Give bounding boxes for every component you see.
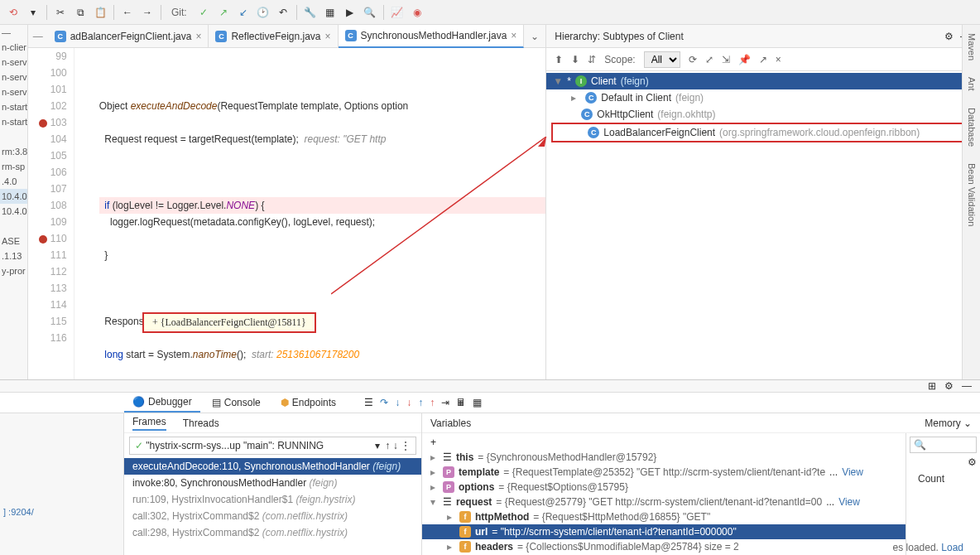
pin-icon[interactable]: 📌 xyxy=(738,54,751,65)
thread-selector[interactable]: ✓ "hystrix-scrm-sys...up "main": RUNNING… xyxy=(129,437,416,455)
breakpoint-icon[interactable] xyxy=(39,119,47,128)
paste-icon[interactable]: 📋 xyxy=(94,6,107,19)
step-over-icon[interactable]: ↷ xyxy=(380,397,388,408)
git-history-icon[interactable]: 🕑 xyxy=(257,6,270,19)
hierarchy-title: Hierarchy: Subtypes of Client xyxy=(555,31,683,42)
hierarchy-tree[interactable]: ▼*IClient (feign) ▸CDefault in Client (f… xyxy=(546,71,980,379)
gear-icon[interactable]: ⚙ xyxy=(968,456,977,468)
cut-icon[interactable]: ✂ xyxy=(54,6,67,19)
scope-label: Scope: xyxy=(604,54,635,65)
variables-list[interactable]: + ▸☰ this = {SynchronousMethodHandler@15… xyxy=(422,433,906,555)
back-icon[interactable]: ← xyxy=(121,6,134,19)
hide-icon[interactable]: — xyxy=(962,380,972,392)
project-tree-truncated[interactable]: —n-cliern-servn-servn-servn-startn-start… xyxy=(0,25,28,379)
hierarchy-panel: Hierarchy: Subtypes of Client ⚙ — ⬆ ⬇ ⇵ … xyxy=(545,25,980,379)
hier-item-default[interactable]: ▸CDefault in Client (feign) xyxy=(546,89,980,106)
git-commit-icon[interactable]: ✓ xyxy=(197,6,210,19)
frame-item[interactable]: call:302, HystrixCommand$2 (com.netflix.… xyxy=(124,508,421,524)
run-cursor-icon[interactable]: ⇥ xyxy=(441,397,449,408)
gear-icon[interactable]: ⚙ xyxy=(943,30,956,43)
status-link[interactable]: ] :9204/ xyxy=(0,505,37,519)
autoscroll-icon[interactable]: ⇲ xyxy=(722,54,730,65)
console-tab[interactable]: ▤Console xyxy=(204,393,269,412)
step-out-icon[interactable]: ↑ xyxy=(418,397,423,408)
maven-tab[interactable]: Maven xyxy=(967,33,977,60)
ant-tab[interactable]: Ant xyxy=(967,77,977,91)
frame-item[interactable]: run:109, HystrixInvocationHandler$1 (fei… xyxy=(124,491,421,508)
copy-icon[interactable]: ⧉ xyxy=(74,6,87,19)
database-tab[interactable]: Database xyxy=(967,108,977,147)
force-step-icon[interactable]: ↓ xyxy=(406,397,411,408)
gear-icon[interactable]: ⚙ xyxy=(944,380,954,392)
git-pull-icon[interactable]: ↙ xyxy=(237,6,250,19)
fwd-icon[interactable]: → xyxy=(141,6,154,19)
debugger-tab[interactable]: 🔵Debugger xyxy=(124,393,200,413)
count-header: Count xyxy=(910,468,977,485)
right-toolbar: Maven Ant Database Bean Validation xyxy=(962,25,980,379)
run-icon[interactable]: ▶ xyxy=(343,6,357,19)
overflow-icon[interactable]: — xyxy=(28,31,48,42)
var-row[interactable]: ▸P options = {Request$Options@15795} xyxy=(422,480,906,495)
main-toolbar: ⟲ ▾ ✂ ⧉ 📋 ← → Git: ✓ ↗ ↙ 🕑 ↶ 🔧 ▦ ▶ 🔍 📈 ◉ xyxy=(0,0,980,25)
var-row[interactable]: ▸f httpMethod = {Request$HttpMethod@1685… xyxy=(422,509,906,524)
coverage-icon[interactable]: ◉ xyxy=(411,6,424,19)
hier-icon[interactable]: ⬆ xyxy=(555,54,563,65)
debug-tooltip[interactable]: + {LoadBalancerFeignClient@15811} xyxy=(142,312,316,333)
hier-item-loadbalancer[interactable]: CLoadBalancerFeignClient (org.springfram… xyxy=(551,123,975,142)
tab-synchronous[interactable]: CSynchronousMethodHandler.java× xyxy=(339,25,525,48)
scope-select[interactable]: All xyxy=(644,51,680,68)
add-icon[interactable]: + xyxy=(430,437,436,448)
memory-panel: 🔍 ⚙ Count xyxy=(906,433,980,555)
layout-icon[interactable]: ⊞ xyxy=(928,380,936,392)
close-icon[interactable]: × xyxy=(776,54,781,65)
hier-icon[interactable]: ⬇ xyxy=(571,54,579,65)
var-row[interactable]: ▾☰ request = {Request@25779} "GET http:/… xyxy=(422,495,906,509)
frame-item[interactable]: executeAndDecode:110, SynchronousMethodH… xyxy=(124,458,421,475)
debug-sidebar[interactable] xyxy=(0,413,124,555)
var-row[interactable]: ▸P template = {RequestTemplate@25352} "G… xyxy=(422,465,906,480)
status-loaded: es loaded. Load xyxy=(893,542,963,553)
trace-icon[interactable]: ▦ xyxy=(473,397,482,408)
profile-icon[interactable]: 📈 xyxy=(391,6,404,19)
frame-item[interactable]: call:298, HystrixCommand$2 (com.netflix.… xyxy=(124,524,421,541)
debug-panel: ⊞ ⚙ — 🔵Debugger ▤Console ⬢Endpoints ☰ ↷ … xyxy=(0,379,980,555)
close-icon[interactable]: × xyxy=(511,30,516,41)
hier-item-client[interactable]: ▼*IClient (feign) xyxy=(546,73,980,89)
tabs-dropdown-icon[interactable]: ⌄ xyxy=(524,31,545,42)
line-gutter[interactable]: 99100101102 103 104105106107108109 110 1… xyxy=(28,48,74,379)
refresh-icon[interactable]: ⟳ xyxy=(689,54,697,65)
close-icon[interactable]: × xyxy=(195,31,201,42)
build-icon[interactable]: 🔧 xyxy=(304,6,317,19)
frame-list[interactable]: executeAndDecode:110, SynchronousMethodH… xyxy=(124,458,421,541)
git-push-icon[interactable]: ↗ xyxy=(217,6,230,19)
hier-item-okhttp[interactable]: COkHttpClient (feign.okhttp) xyxy=(546,106,980,123)
git-revert-icon[interactable]: ↶ xyxy=(276,6,290,19)
endpoints-tab[interactable]: ⬢Endpoints xyxy=(272,393,344,412)
close-icon[interactable]: × xyxy=(325,31,331,42)
variables-label: Variables xyxy=(430,417,471,429)
dropdown-icon[interactable]: ▾ xyxy=(26,6,40,19)
tab-reflective[interactable]: CReflectiveFeign.java× xyxy=(209,25,338,48)
var-row[interactable]: ▸☰ this = {SynchronousMethodHandler@1579… xyxy=(422,450,906,465)
search-icon[interactable]: 🔍 xyxy=(363,6,377,19)
step-icon[interactable]: ☰ xyxy=(364,397,373,408)
var-row[interactable]: ▸f headers = {Collections$UnmodifiableMa… xyxy=(422,539,906,554)
breakpoint-icon[interactable] xyxy=(39,235,47,244)
step-into-icon[interactable]: ↓ xyxy=(395,397,400,408)
memory-label[interactable]: Memory xyxy=(925,417,960,429)
project-icon[interactable]: ▦ xyxy=(324,6,337,19)
bean-tab[interactable]: Bean Validation xyxy=(967,163,977,226)
editor-tabs: — CadBalancerFeignClient.java× CReflecti… xyxy=(28,25,546,48)
expand-icon[interactable]: ⤢ xyxy=(705,54,713,65)
var-row[interactable]: f url = "http://scrm-system/client/tenan… xyxy=(422,524,906,539)
tab-loadbalancer[interactable]: CadBalancerFeignClient.java× xyxy=(48,25,209,48)
sync-icon[interactable]: ⟲ xyxy=(7,6,20,19)
export-icon[interactable]: ↗ xyxy=(759,54,767,65)
threads-tab[interactable]: Threads xyxy=(183,417,219,429)
memory-search[interactable]: 🔍 xyxy=(910,437,977,453)
evaluate-icon[interactable]: 🖩 xyxy=(456,397,466,408)
frames-tab[interactable]: Frames xyxy=(132,416,166,431)
drop-frame-icon[interactable]: ↑ xyxy=(430,397,435,408)
frame-item[interactable]: invoke:80, SynchronousMethodHandler (fei… xyxy=(124,475,421,491)
hier-icon[interactable]: ⇵ xyxy=(588,54,596,65)
